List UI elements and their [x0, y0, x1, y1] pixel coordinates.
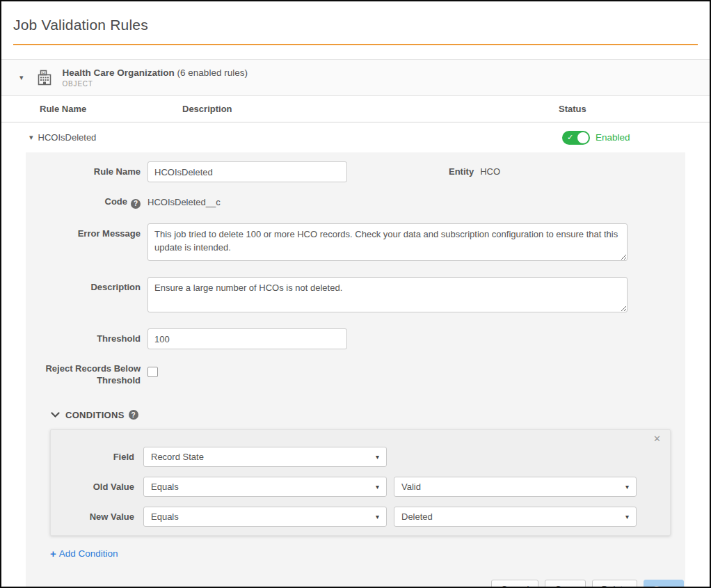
cancel-button[interactable]: Cancel	[491, 580, 538, 588]
copy-button[interactable]: Copy	[545, 580, 585, 588]
column-header-description: Description	[182, 104, 559, 114]
new-value-label: New Value	[51, 511, 134, 522]
threshold-input[interactable]	[147, 328, 347, 349]
rule-collapse-caret-icon[interactable]: ▾	[29, 134, 33, 141]
error-message-row: Error Message This job tried to delete 1…	[26, 223, 685, 263]
conditions-header[interactable]: CONDITIONS ?	[51, 410, 685, 420]
delete-button[interactable]: Delete	[592, 580, 638, 588]
old-value-label: Old Value	[51, 482, 134, 492]
section-title: Health Care Organization	[63, 67, 175, 78]
column-header-status: Status	[559, 104, 710, 114]
code-row: Code? HCOIsDeleted__c	[26, 196, 685, 209]
status-toggle[interactable]: ✓	[562, 131, 590, 145]
threshold-label: Threshold	[26, 328, 141, 344]
conditions-title: CONDITIONS	[65, 410, 125, 420]
condition-new-value-row: New Value Equals ▾ Deleted ▾	[51, 507, 670, 527]
status-badge: Enabled	[596, 132, 630, 143]
check-icon: ✓	[567, 134, 573, 141]
section-rule-count: (6 enabled rules)	[177, 67, 248, 78]
code-value: HCOIsDeleted__c	[147, 196, 221, 207]
rule-name-label: Rule Name	[26, 161, 141, 177]
condition-field-row: Field Record State ▾	[51, 447, 670, 467]
rule-row-name: HCOIsDeleted	[38, 132, 97, 143]
rule-name-row: Rule Name Entity HCO	[26, 161, 685, 182]
threshold-row: Threshold	[26, 328, 685, 349]
reject-below-threshold-row: Reject Records Below Threshold	[26, 363, 685, 386]
svg-text:H: H	[42, 70, 45, 74]
old-value-operator-dropdown[interactable]: Equals ▾	[143, 477, 387, 497]
plus-icon: +	[50, 548, 56, 559]
old-value-operator: Equals	[151, 482, 179, 492]
section-text: Health Care Organization (6 enabled rule…	[63, 67, 248, 88]
old-value-dropdown[interactable]: Valid ▾	[394, 477, 637, 497]
save-button[interactable]: Save	[644, 580, 684, 588]
rules-table-header: Rule Name Description Status	[1, 96, 710, 122]
section-header-hco[interactable]: ▾ H Health Care Organization (6 enabled …	[1, 59, 710, 96]
page-title: Job Validation Rules	[13, 17, 698, 33]
description-label: Description	[26, 277, 141, 293]
chevron-down-icon	[51, 412, 60, 418]
rule-status-cell: ✓ Enabled	[562, 131, 710, 145]
new-value-operator-dropdown[interactable]: Equals ▾	[143, 507, 387, 527]
page-header: Job Validation Rules	[1, 1, 710, 33]
reject-below-threshold-checkbox[interactable]	[147, 367, 158, 377]
rule-row-hcoisdeleted[interactable]: ▾ HCOIsDeleted ✓ Enabled	[1, 122, 710, 152]
rule-name-input[interactable]	[147, 161, 347, 182]
reject-below-threshold-label: Reject Records Below Threshold	[26, 363, 141, 386]
condition-panel: ✕ Field Record State ▾ Old Value Equals …	[50, 429, 671, 536]
description-row: Description Ensure a large number of HCO…	[26, 277, 685, 315]
chevron-down-icon: ▾	[376, 453, 379, 461]
error-message-textarea[interactable]: This job tried to delete 100 or more HCO…	[147, 223, 628, 261]
new-value-value: Deleted	[401, 511, 433, 522]
field-dropdown[interactable]: Record State ▾	[143, 447, 387, 467]
job-validation-rules-window: Job Validation Rules ▾ H Health Care Org…	[0, 0, 711, 588]
description-textarea[interactable]: Ensure a large number of HCOs is not del…	[147, 277, 628, 312]
chevron-down-icon: ▾	[625, 483, 629, 491]
error-message-label: Error Message	[26, 223, 141, 239]
form-action-buttons: Cancel Copy Delete Save	[26, 580, 685, 588]
new-value-operator: Equals	[151, 511, 179, 522]
chevron-down-icon: ▾	[376, 483, 379, 491]
condition-old-value-row: Old Value Equals ▾ Valid ▾	[51, 477, 670, 497]
old-value-value: Valid	[401, 482, 421, 492]
close-icon[interactable]: ✕	[653, 434, 661, 443]
section-collapse-caret-icon[interactable]: ▾	[19, 74, 24, 81]
add-condition-label: Add Condition	[59, 548, 118, 559]
entity-label: Entity	[449, 166, 474, 177]
code-help-icon[interactable]: ?	[131, 199, 141, 209]
section-type-label: OBJECT	[63, 80, 248, 88]
rule-edit-form: Rule Name Entity HCO Code? HCOIsDeleted_…	[26, 152, 685, 588]
entity-value: HCO	[480, 166, 500, 177]
entity-group: Entity HCO	[449, 161, 500, 177]
column-header-rule-name: Rule Name	[40, 104, 182, 114]
code-label: Code?	[26, 196, 141, 209]
conditions-help-icon[interactable]: ?	[129, 410, 138, 420]
field-dropdown-value: Record State	[151, 452, 204, 462]
add-condition-link[interactable]: + Add Condition	[50, 548, 118, 559]
chevron-down-icon: ▾	[376, 513, 379, 521]
chevron-down-icon: ▾	[625, 513, 629, 521]
accent-divider	[13, 44, 698, 45]
hospital-building-icon: H	[36, 69, 53, 87]
new-value-dropdown[interactable]: Deleted ▾	[394, 507, 637, 527]
toggle-knob	[577, 132, 589, 143]
field-label: Field	[51, 452, 134, 462]
